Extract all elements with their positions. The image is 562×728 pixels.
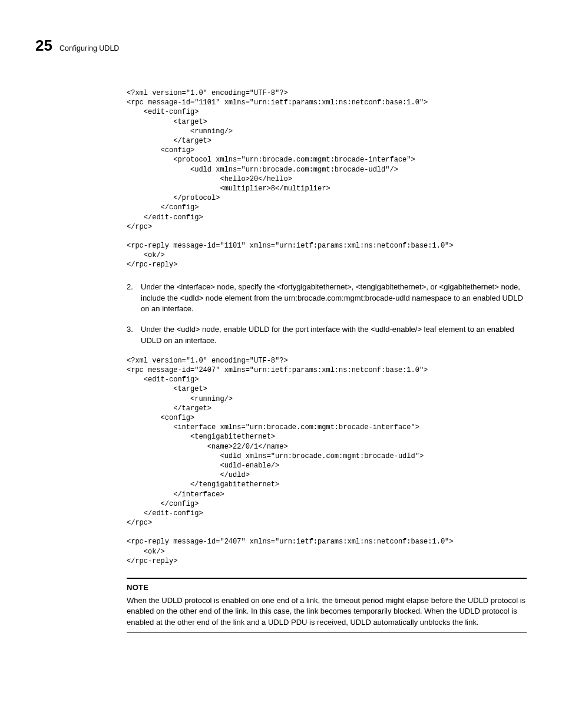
note-block: NOTE When the UDLD protocol is enabled o… [127, 578, 527, 633]
note-body: When the UDLD protocol is enabled on one… [127, 595, 527, 629]
code-block-1: <?xml version="1.0" encoding="UTF-8"?> <… [127, 88, 527, 270]
step-text: Under the <interface> node, specify the … [141, 282, 523, 314]
code-block-2: <?xml version="1.0" encoding="UTF-8"?> <… [127, 356, 527, 566]
step-number: 3. [127, 324, 133, 335]
step-text: Under the <udld> node, enable UDLD for t… [141, 325, 514, 345]
list-item: 2. Under the <interface> node, specify t… [127, 282, 527, 315]
step-number: 2. [127, 282, 133, 292]
chapter-title: Configuring UDLD [59, 44, 119, 54]
list-item: 3. Under the <udld> node, enable UDLD fo… [127, 324, 527, 347]
note-rule-bottom [127, 632, 527, 633]
page-content: <?xml version="1.0" encoding="UTF-8"?> <… [127, 88, 527, 633]
page-header: 25 Configuring UDLD [35, 35, 527, 56]
note-label: NOTE [127, 582, 527, 593]
chapter-number: 25 [35, 35, 52, 56]
note-rule-top [127, 578, 527, 579]
step-list: 2. Under the <interface> node, specify t… [127, 282, 527, 347]
